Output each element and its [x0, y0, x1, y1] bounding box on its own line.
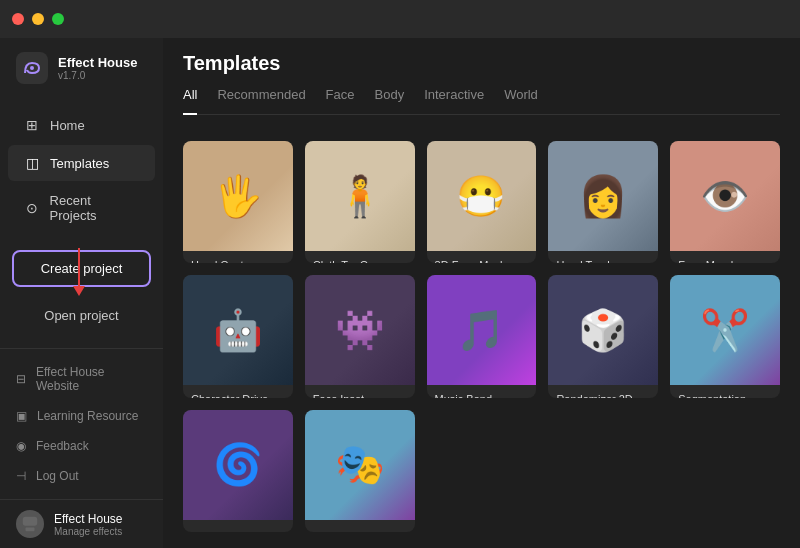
open-project-button[interactable]: Open project	[12, 299, 151, 332]
template-thumb: 🌀	[183, 410, 293, 520]
logout-icon: ⊣	[16, 469, 26, 483]
page-title: Templates	[183, 52, 780, 75]
tab-face[interactable]: Face	[326, 87, 355, 106]
create-project-arrow	[78, 248, 80, 288]
create-project-button[interactable]: Create project	[12, 250, 151, 287]
template-info: Character Drive Beginner	[183, 385, 293, 397]
feedback-icon: ◉	[16, 439, 26, 453]
sidebar-item-recent[interactable]: ⊙ Recent Projects	[8, 183, 155, 233]
svg-rect-2	[26, 528, 35, 532]
sidebar-nav: ⊞ Home ◫ Templates ⊙ Recent Projects	[0, 98, 163, 242]
sidebar-logo: Effect House v1.7.0	[0, 38, 163, 98]
main-content: Templates AllRecommendedFaceBodyInteract…	[163, 0, 800, 548]
template-thumb: 👾	[305, 275, 415, 385]
template-name: Hand Gesture	[191, 259, 285, 263]
learning-icon: ▣	[16, 409, 27, 423]
sidebar-item-website[interactable]: ⊟ Effect House Website	[0, 357, 163, 401]
sidebar-item-website-label: Effect House Website	[36, 365, 147, 393]
sidebar-bottom: ⊟ Effect House Website ▣ Learning Resour…	[0, 348, 163, 499]
tab-body[interactable]: Body	[375, 87, 405, 106]
template-thumb: ✂️	[670, 275, 780, 385]
profile-sub: Manage effects	[54, 526, 122, 537]
template-thumb: 🖐️	[183, 141, 293, 251]
website-icon: ⊟	[16, 372, 26, 386]
template-name: Segmentation	[678, 393, 772, 397]
tab-recommended[interactable]: Recommended	[217, 87, 305, 106]
sidebar-profile[interactable]: Effect House Manage effects	[0, 499, 163, 548]
close-button[interactable]	[12, 13, 24, 25]
template-card-character-drive[interactable]: 🤖 Character Drive Beginner	[183, 275, 293, 397]
template-card-face-inset[interactable]: 👾 Face Inset Beginner	[305, 275, 415, 397]
template-thumb: 👁️	[670, 141, 780, 251]
templates-grid: 🖐️ Hand Gesture Intermediate 🧍 Cloth Try…	[163, 125, 800, 548]
avatar	[16, 510, 44, 538]
sidebar-item-home-label: Home	[50, 118, 85, 133]
templates-icon: ◫	[24, 155, 40, 171]
template-info: Hand Gesture Intermediate	[183, 251, 293, 263]
template-info	[183, 520, 293, 532]
template-name: Music Band	[435, 393, 529, 397]
template-card-3d-face-mask[interactable]: 😷 3D Face Mask Intermediate	[427, 141, 537, 263]
template-card-face-morph[interactable]: 👁️ Face Morph Intermediate	[670, 141, 780, 263]
template-name: Randomizer 2D	[556, 393, 650, 397]
template-thumb: 🎵	[427, 275, 537, 385]
template-name: Cloth Try On	[313, 259, 407, 263]
template-card-bottom2[interactable]: 🎭	[305, 410, 415, 532]
template-name: Head Tracker	[556, 259, 650, 263]
tabs-bar: AllRecommendedFaceBodyInteractiveWorld	[183, 87, 780, 115]
profile-info: Effect House Manage effects	[54, 512, 122, 537]
template-info: Face Morph Intermediate	[670, 251, 780, 263]
template-name: Face Morph	[678, 259, 772, 263]
svg-rect-1	[23, 517, 37, 526]
svg-point-0	[30, 66, 34, 70]
tab-all[interactable]: All	[183, 87, 197, 115]
template-info	[305, 520, 415, 532]
app-icon	[16, 52, 48, 84]
sidebar: Effect House v1.7.0 ⊞ Home ◫ Templates ⊙…	[0, 0, 163, 548]
template-thumb: 🎲	[548, 275, 658, 385]
template-name: Face Inset	[313, 393, 407, 397]
logo-text: Effect House v1.7.0	[58, 55, 137, 81]
template-info: Face Inset Beginner	[305, 385, 415, 397]
minimize-button[interactable]	[32, 13, 44, 25]
profile-name: Effect House	[54, 512, 122, 526]
app-version: v1.7.0	[58, 70, 137, 81]
main-header: Templates AllRecommendedFaceBodyInteract…	[163, 38, 800, 125]
template-thumb: 😷	[427, 141, 537, 251]
template-thumb: 🧍	[305, 141, 415, 251]
template-card-cloth-try-on[interactable]: 🧍 Cloth Try On Beginner	[305, 141, 415, 263]
app-name: Effect House	[58, 55, 137, 70]
sidebar-item-logout[interactable]: ⊣ Log Out	[0, 461, 163, 491]
sidebar-item-feedback-label: Feedback	[36, 439, 89, 453]
template-card-head-tracker[interactable]: 👩 Head Tracker Beginner	[548, 141, 658, 263]
template-info: Music Band Intermediate	[427, 385, 537, 397]
maximize-button[interactable]	[52, 13, 64, 25]
sidebar-item-learning[interactable]: ▣ Learning Resource	[0, 401, 163, 431]
sidebar-item-learning-label: Learning Resource	[37, 409, 138, 423]
template-card-segmentation[interactable]: ✂️ Segmentation Beginner	[670, 275, 780, 397]
tab-world[interactable]: World	[504, 87, 538, 106]
sidebar-item-feedback[interactable]: ◉ Feedback	[0, 431, 163, 461]
template-card-hand-gesture[interactable]: 🖐️ Hand Gesture Intermediate	[183, 141, 293, 263]
template-thumb: 🤖	[183, 275, 293, 385]
template-card-bottom1[interactable]: 🌀	[183, 410, 293, 532]
template-name: Character Drive	[191, 393, 285, 397]
template-info: Cloth Try On Beginner	[305, 251, 415, 263]
sidebar-item-logout-label: Log Out	[36, 469, 79, 483]
tab-interactive[interactable]: Interactive	[424, 87, 484, 106]
template-card-randomizer-2d[interactable]: 🎲 Randomizer 2D Intermediate	[548, 275, 658, 397]
template-info: 3D Face Mask Intermediate	[427, 251, 537, 263]
sidebar-item-recent-label: Recent Projects	[50, 193, 139, 223]
template-info: Head Tracker Beginner	[548, 251, 658, 263]
template-thumb: 👩	[548, 141, 658, 251]
sidebar-item-home[interactable]: ⊞ Home	[8, 107, 155, 143]
template-thumb: 🎭	[305, 410, 415, 520]
titlebar	[0, 0, 800, 38]
template-info: Randomizer 2D Intermediate	[548, 385, 658, 397]
template-name: 3D Face Mask	[435, 259, 529, 263]
template-info: Segmentation Beginner	[670, 385, 780, 397]
recent-icon: ⊙	[24, 200, 40, 216]
sidebar-item-templates[interactable]: ◫ Templates	[8, 145, 155, 181]
template-card-music-band[interactable]: 🎵 Music Band Intermediate	[427, 275, 537, 397]
home-icon: ⊞	[24, 117, 40, 133]
